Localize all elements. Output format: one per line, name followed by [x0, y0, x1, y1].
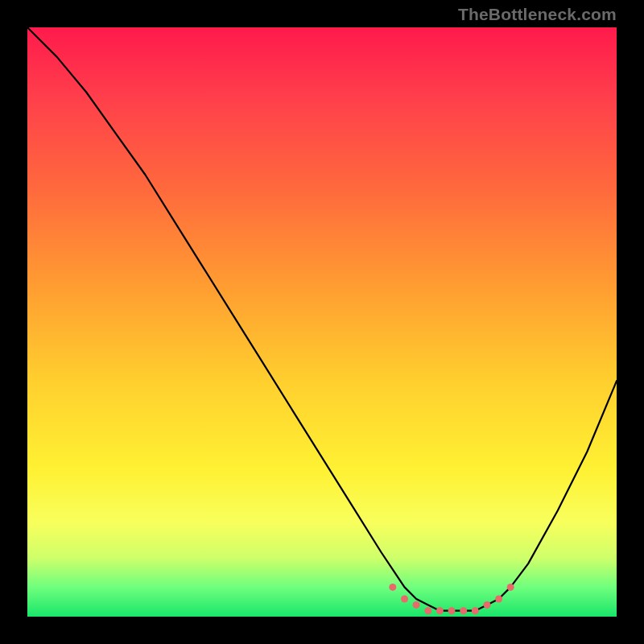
bottleneck-curve-svg [27, 27, 617, 617]
marker-dot [424, 607, 431, 614]
watermark-text: TheBottleneck.com [458, 5, 617, 24]
marker-dot [413, 601, 420, 609]
marker-dot [436, 607, 444, 614]
marker-dot [472, 607, 479, 614]
plot-area [27, 27, 617, 617]
marker-dot [460, 607, 467, 614]
flat-region-dots [389, 584, 514, 614]
marker-dot [484, 601, 491, 609]
marker-dot [389, 584, 396, 591]
bottleneck-curve [27, 27, 617, 611]
marker-dot [507, 584, 514, 591]
marker-dot [495, 596, 502, 603]
chart-frame: TheBottleneck.com [0, 0, 644, 644]
marker-dot [448, 607, 456, 614]
marker-dot [401, 596, 408, 603]
